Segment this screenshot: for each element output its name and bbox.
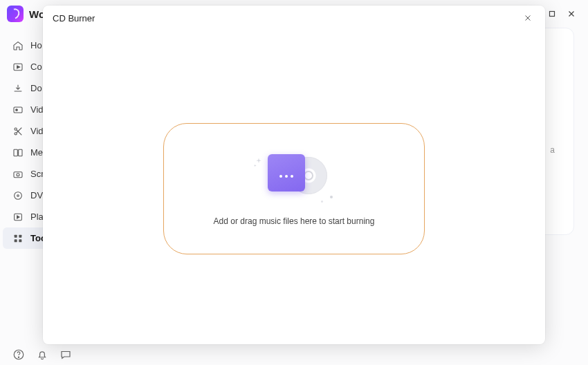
svg-line-15	[17, 127, 21, 132]
svg-rect-25	[15, 234, 17, 237]
svg-line-14	[17, 130, 21, 135]
bell-icon[interactable]	[36, 348, 48, 361]
svg-marker-24	[17, 216, 19, 218]
disc-icon	[12, 190, 24, 201]
sidebar-item-label: Vid	[30, 126, 44, 136]
sidebar-item-label: Vid	[30, 104, 44, 115]
home-icon	[12, 40, 24, 51]
svg-rect-16	[14, 149, 17, 156]
svg-point-12	[15, 128, 17, 130]
svg-point-13	[15, 132, 17, 134]
sidebar-item-label: Me	[30, 147, 43, 158]
sidebar-item-label: Do	[30, 83, 42, 93]
cd-burner-dialog: CD Burner Add or drag music fil	[43, 6, 545, 344]
dot-icon	[330, 196, 333, 198]
svg-rect-27	[15, 239, 17, 242]
app-logo-icon	[7, 6, 24, 22]
maximize-button[interactable]	[542, 4, 562, 24]
music-file-icon	[268, 154, 305, 191]
close-main-button[interactable]	[562, 4, 581, 24]
sidebar-item-label: Ho	[30, 40, 42, 50]
sparkle-icon	[252, 157, 265, 172]
background-label: a	[550, 145, 555, 155]
svg-rect-5	[550, 12, 555, 17]
chat-icon[interactable]	[59, 348, 72, 361]
bottom-bar	[0, 348, 104, 361]
svg-rect-17	[19, 149, 22, 156]
svg-rect-26	[19, 234, 21, 237]
convert-icon	[12, 62, 24, 73]
camera-icon	[12, 169, 24, 180]
svg-point-21	[15, 191, 22, 199]
svg-point-20	[17, 173, 19, 176]
download-icon	[12, 83, 24, 94]
svg-point-22	[17, 194, 19, 196]
merge-icon	[12, 147, 24, 158]
dialog-body: Add or drag music files here to start bu…	[43, 30, 545, 344]
play-icon	[12, 212, 24, 223]
dropzone[interactable]: Add or drag music files here to start bu…	[163, 123, 425, 254]
dialog-close-button[interactable]	[520, 10, 535, 26]
help-icon[interactable]	[12, 348, 25, 361]
svg-rect-10	[14, 107, 22, 113]
svg-rect-19	[14, 171, 22, 177]
svg-marker-9	[17, 66, 20, 68]
grid-icon	[12, 233, 24, 244]
svg-rect-28	[19, 239, 21, 242]
scissors-icon	[12, 126, 24, 137]
sidebar-item-label: Co	[30, 62, 42, 72]
svg-point-30	[18, 357, 19, 357]
dropzone-illustration	[252, 151, 336, 200]
dropzone-text: Add or drag music files here to start bu…	[214, 216, 375, 226]
dialog-title: CD Burner	[53, 13, 95, 24]
dot-icon	[321, 200, 323, 203]
video-icon	[12, 104, 24, 115]
dialog-header: CD Burner	[43, 6, 545, 30]
svg-point-11	[16, 109, 18, 111]
